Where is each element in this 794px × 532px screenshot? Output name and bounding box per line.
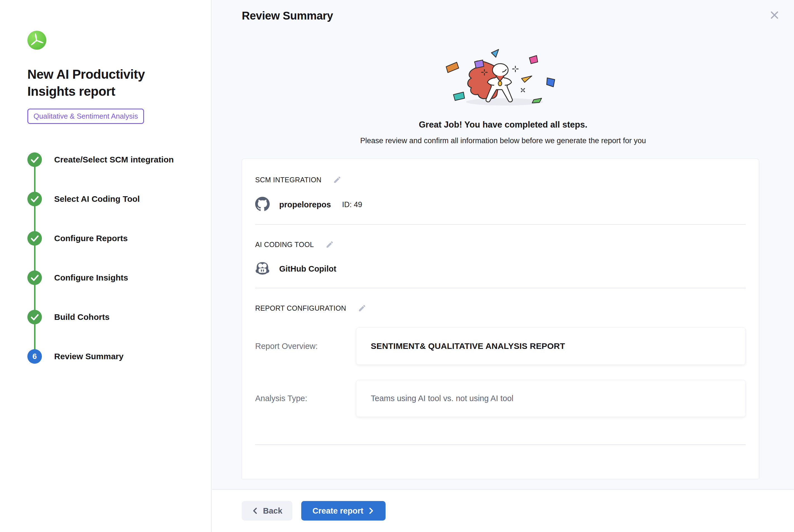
wizard-footer: Back Create report bbox=[212, 489, 794, 532]
report-config-section-header: REPORT CONFIGURATION bbox=[255, 304, 746, 312]
review-card: SCM INTEGRATION propelorepos ID: 49 AI C… bbox=[242, 158, 759, 479]
check-icon bbox=[27, 270, 42, 285]
check-icon bbox=[27, 152, 42, 167]
wizard-sidebar: New AI Productivity Insights report Qual… bbox=[0, 0, 212, 532]
chevron-left-icon bbox=[252, 507, 259, 515]
step-select-ai-coding-tool[interactable]: Select AI Coding Tool bbox=[27, 192, 195, 206]
step-create-select-scm-integration[interactable]: Create/Select SCM integration bbox=[27, 152, 195, 167]
check-icon bbox=[27, 310, 42, 324]
report-overview-label: Report Overview: bbox=[255, 342, 356, 351]
propeller-icon bbox=[27, 31, 46, 50]
step-configure-insights[interactable]: Configure Insights bbox=[27, 270, 195, 285]
create-report-button[interactable]: Create report bbox=[301, 501, 385, 520]
report-config-section-label: REPORT CONFIGURATION bbox=[255, 304, 346, 312]
page-title: Review Summary bbox=[212, 0, 794, 22]
report-type-badge: Qualitative & Sentiment Analysis bbox=[27, 109, 144, 124]
scm-integration-id: ID: 49 bbox=[342, 201, 362, 209]
congrats-title: Great Job! You have completed all steps. bbox=[212, 120, 794, 130]
wizard-steps: Create/Select SCM integration Select AI … bbox=[27, 152, 195, 364]
edit-report-config-icon[interactable] bbox=[358, 304, 366, 312]
step-configure-reports[interactable]: Configure Reports bbox=[27, 231, 195, 246]
analysis-type-value: Teams using AI tool vs. not using AI too… bbox=[356, 380, 746, 417]
step-number-badge: 6 bbox=[27, 349, 42, 364]
edit-scm-icon[interactable] bbox=[333, 175, 341, 184]
copilot-icon bbox=[255, 262, 270, 276]
report-overview-field: Report Overview: SENTIMENT& QUALITATIVE … bbox=[255, 327, 746, 365]
scm-section-label: SCM INTEGRATION bbox=[255, 176, 321, 184]
congrats-subtitle: Please review and confirm all informatio… bbox=[212, 136, 794, 145]
back-button[interactable]: Back bbox=[242, 501, 292, 520]
ai-tool-row: GitHub Copilot bbox=[255, 262, 746, 276]
new-report-wizard: New AI Productivity Insights report Qual… bbox=[0, 0, 794, 532]
ai-tool-section-header: AI CODING TOOL bbox=[255, 240, 746, 249]
scm-integration-row: propelorepos ID: 49 bbox=[255, 197, 746, 212]
section-divider bbox=[255, 224, 746, 225]
review-summary-panel: Review Summary bbox=[212, 0, 794, 532]
github-icon bbox=[255, 197, 270, 212]
edit-ai-tool-icon[interactable] bbox=[325, 240, 334, 249]
analysis-type-field: Analysis Type: Teams using AI tool vs. n… bbox=[255, 380, 746, 417]
ai-tool-section-label: AI CODING TOOL bbox=[255, 241, 314, 249]
wizard-title: New AI Productivity Insights report bbox=[27, 66, 175, 100]
ai-tool-name: GitHub Copilot bbox=[279, 264, 336, 273]
close-icon[interactable] bbox=[768, 8, 781, 22]
chevron-right-icon bbox=[368, 507, 374, 515]
report-overview-value: SENTIMENT& QUALITATIVE ANALYSIS REPORT bbox=[356, 327, 746, 365]
scm-integration-name: propelorepos bbox=[279, 200, 331, 209]
section-divider bbox=[255, 444, 746, 445]
analysis-type-label: Analysis Type: bbox=[255, 394, 356, 403]
step-build-cohorts[interactable]: Build Cohorts bbox=[27, 310, 195, 324]
step-review-summary[interactable]: 6 Review Summary bbox=[27, 349, 195, 364]
check-icon bbox=[27, 231, 42, 246]
check-icon bbox=[27, 192, 42, 206]
propelo-logo-icon bbox=[27, 31, 46, 50]
scm-section-header: SCM INTEGRATION bbox=[255, 175, 746, 184]
celebration-illustration bbox=[436, 44, 570, 109]
section-divider bbox=[255, 288, 746, 288]
